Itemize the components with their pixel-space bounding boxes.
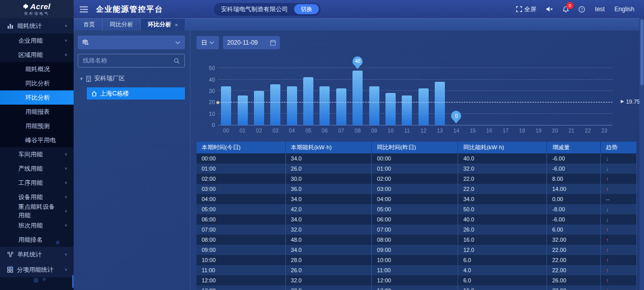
line-search-input[interactable]: 线路名称 <box>78 54 185 68</box>
period-select[interactable]: 日 <box>197 36 219 49</box>
chart-bar-03[interactable] <box>270 84 280 125</box>
tab-同比分析[interactable]: 同比分析 <box>103 19 141 30</box>
fullscreen-button[interactable]: 全屏 <box>516 5 536 14</box>
chart-bar-06[interactable] <box>319 86 330 125</box>
table-row[interactable]: 10:0028.010:006.022.00↑ <box>197 255 637 265</box>
x-axis-tick: 20 <box>547 127 563 134</box>
table-row[interactable]: 02:0030.002:0022.08.00↑ <box>197 174 637 184</box>
table-cell: 28.0 <box>285 255 372 265</box>
sidebar-item-用能排名[interactable]: 用能排名 <box>0 233 74 247</box>
chart-bar-11[interactable] <box>402 95 412 125</box>
sidebar-item-label: 班次用能 <box>18 221 43 230</box>
sidebar-item-用能报表[interactable]: 用能报表 <box>0 105 74 119</box>
sidebar-item-车间用能[interactable]: 车间用能∨ <box>0 147 74 162</box>
chevron-down-icon: ∨ <box>64 39 68 43</box>
table-cell: 48.0 <box>285 235 372 245</box>
y-axis-tick: 0 <box>202 122 215 128</box>
trend-up-icon: ↑ <box>600 275 636 285</box>
trend-up-icon: ↑ <box>600 224 636 235</box>
x-axis-tick: 17 <box>497 127 513 134</box>
table-row[interactable]: 05:0042.005:0050.0-8.00↓ <box>197 204 637 214</box>
table-row[interactable]: 00:0034.000:0040.0-6.00↓ <box>197 153 637 164</box>
chart-bar-12[interactable] <box>418 88 429 125</box>
table-row[interactable]: 04:0034.004:0034.00.00-- <box>197 194 637 204</box>
tab-首页[interactable]: 首页 <box>76 19 103 30</box>
chart-bar-00[interactable] <box>221 86 231 125</box>
sidebar-item-班次用能[interactable]: 班次用能∨ <box>0 218 74 233</box>
sidebar-item-重点能耗设备用能[interactable]: 重点能耗设备用能∨ <box>0 204 74 218</box>
table-row[interactable]: 09:0034.009:0012.022.00↑ <box>197 245 637 255</box>
sidebar-collapse-button[interactable] <box>74 0 94 18</box>
sidebar-item-产线用能[interactable]: 产线用能∨ <box>0 162 74 176</box>
table-row[interactable]: 11:0026.011:004.022.00↑ <box>197 265 637 275</box>
table-row[interactable]: 08:0048.008:0016.032.00↑ <box>197 235 637 245</box>
x-axis-tick: 21 <box>563 127 579 134</box>
mute-button[interactable] <box>546 6 553 12</box>
table-header-cell: 同比时间(昨日) <box>372 142 458 153</box>
sidebar-item-label: 设备用能 <box>18 193 43 202</box>
brand-logo: Acrel 安科瑞电气 <box>0 0 74 18</box>
table-cell: 22.00 <box>547 265 601 275</box>
sidebar-item-label: 重点能耗设备用能 <box>18 203 60 220</box>
sidebar-item-单耗统计[interactable]: 单耗统计∨ <box>0 247 74 262</box>
username[interactable]: test <box>595 6 604 13</box>
chart-bar-05[interactable] <box>303 77 313 125</box>
sidebar-item-设备用能[interactable]: 设备用能∨ <box>0 190 74 204</box>
trend-down-icon: ↓ <box>600 204 636 214</box>
tree-node-selected[interactable]: 上海C栋楼 <box>87 87 185 100</box>
arrow-right-icon: ▶ <box>621 99 624 104</box>
chart-bar-01[interactable] <box>238 95 248 125</box>
table-row[interactable]: 06:0034.006:0040.0-6.00↓ <box>197 214 637 224</box>
chart-bar-07[interactable] <box>336 88 346 125</box>
table-cell: 34.0 <box>285 194 372 204</box>
average-line: ▶19.75 <box>218 102 613 103</box>
sidebar-item-用能预测[interactable]: 用能预测 <box>0 119 74 133</box>
table-row[interactable]: 12:0032.012:006.026.00↑ <box>197 275 637 285</box>
trend-up-icon: ↑ <box>600 174 636 184</box>
chart-bar-02[interactable] <box>254 91 264 125</box>
help-button[interactable]: ? <box>578 6 585 13</box>
chart-bar-13[interactable] <box>435 82 445 125</box>
chart-bar-08[interactable] <box>352 71 363 125</box>
chart-bar-04[interactable] <box>287 86 297 125</box>
tab-close-icon[interactable]: × <box>175 22 178 28</box>
scrollbar-thumb[interactable] <box>640 19 643 85</box>
y-axis-tick: 50 <box>202 65 215 71</box>
sidebar-item-企业用能[interactable]: 企业用能∨ <box>0 34 74 48</box>
company-selector: 安科瑞电气制造有限公司 切换 <box>214 3 320 16</box>
page-scrollbar[interactable] <box>639 18 644 290</box>
table-row[interactable]: 07:0032.007:0026.06.00↑ <box>197 224 637 235</box>
switch-company-button[interactable]: 切换 <box>294 4 319 14</box>
sidebar-item-环比分析[interactable]: 环比分析 <box>0 90 74 105</box>
tree-node-root[interactable]: ▾ 安科瑞厂区 <box>78 74 185 83</box>
sidebar-item-分项用能统计[interactable]: 分项用能统计∨ <box>0 262 74 277</box>
energy-type-select[interactable]: 电 <box>78 36 185 49</box>
tree-selected-label: 上海C栋楼 <box>100 89 129 98</box>
sidebar-item-工序用能[interactable]: 工序用能∨ <box>0 176 74 190</box>
x-axis-tick: 04 <box>284 127 300 134</box>
search-icon <box>174 58 180 64</box>
sidebar-item-能耗统计[interactable]: 能耗统计∧ <box>0 18 74 34</box>
notifications-button[interactable]: 0 <box>563 6 569 13</box>
sidebar-item-同比分析[interactable]: 同比分析 <box>0 76 74 90</box>
table-row[interactable]: 03:0036.003:0022.014.00↑ <box>197 184 637 194</box>
sidebar-item-区域用能[interactable]: 区域用能∧ <box>0 48 74 62</box>
table-row[interactable]: 13:0038.013:0016.022.00↑ <box>197 285 637 290</box>
sidebar-item-峰谷平用电[interactable]: 峰谷平用电 <box>0 133 74 147</box>
x-axis-tick: 03 <box>267 127 283 134</box>
top-header: Acrel 安科瑞电气 企业能源管控平台 安科瑞电气制造有限公司 切换 全屏 0… <box>0 0 644 18</box>
chart-bar-10[interactable] <box>385 93 396 125</box>
sidebar-item-能耗概况[interactable]: 能耗概况 <box>0 62 74 76</box>
chart-bar-09[interactable] <box>369 86 379 125</box>
table-cell: 34.0 <box>285 245 372 255</box>
notification-badge: 0 <box>566 2 573 9</box>
particle-decoration <box>43 278 46 281</box>
tab-环比分析[interactable]: 环比分析× <box>141 19 185 30</box>
table-cell: 01:00 <box>372 164 458 174</box>
date-picker[interactable]: 2020-11-09 <box>223 36 280 49</box>
sidebar-item-label: 单耗统计 <box>17 250 42 259</box>
gridline <box>218 68 613 68</box>
language-switch[interactable]: English <box>615 6 634 13</box>
table-row[interactable]: 01:0026.001:0032.0-6.00↓ <box>197 164 637 174</box>
chart-toolbar: 日 2020-11-09 <box>197 36 637 49</box>
